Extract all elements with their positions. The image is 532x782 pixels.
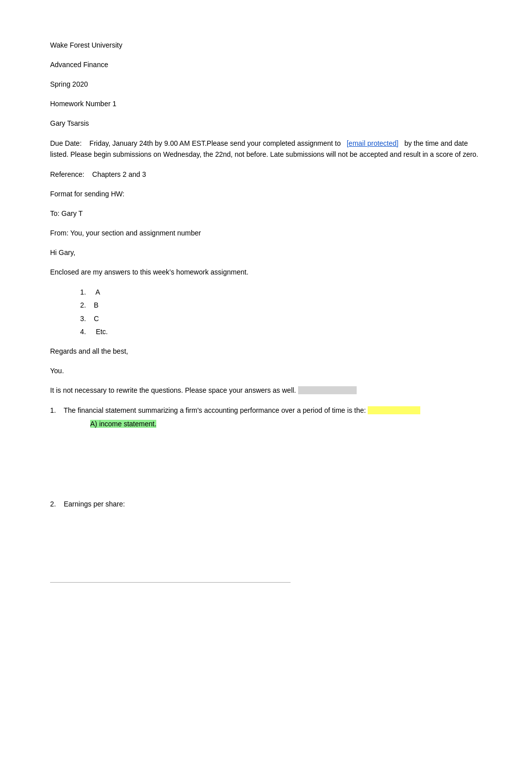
list-letter: Etc. [96,328,108,336]
greeting-block: Hi Gary, [50,247,482,258]
question-2-body: Earnings per share: [64,500,125,508]
question-1-text: 1. The financial statement summarizing a… [50,405,482,416]
spacer-1 [50,438,482,498]
list-number: 4. [80,328,86,336]
spacer-2 [50,519,482,579]
signoff-block: You. [50,366,482,376]
due-date-text: Due Date: Friday, January 24th by 9.00 A… [50,138,482,160]
greeting-text: Hi Gary, [50,247,482,258]
question-1-block: 1. The financial statement summarizing a… [50,405,482,429]
question-2-block: 2. Earnings per share: [50,498,482,509]
course-block: Advanced Finance [50,60,482,70]
list-number: 1. [80,288,86,296]
note-text: It is not necessary to rewrite the quest… [50,385,482,396]
enclosed-text: Enclosed are my answers to this week’s h… [50,267,482,278]
reference-block: Reference: Chapters 2 and 3 [50,169,482,180]
regards-block: Regards and all the best, [50,346,482,357]
list-item: 1. A [80,287,482,298]
reference-label: Reference: [50,170,84,178]
student-block: Gary Tsarsis [50,118,482,129]
student-name: Gary Tsarsis [50,118,482,129]
note-content: It is not necessary to rewrite the quest… [50,386,296,394]
list-number: 2. [80,301,86,309]
list-number: 3. [80,315,86,323]
signoff-text: You. [50,366,482,376]
reference-chapters: Chapters 2 and 3 [92,170,146,178]
email-link[interactable]: [email protected] [347,139,399,147]
list-item: 4. Etc. [80,326,482,337]
numbered-list-container: 1. A 2. B 3. C 4. Etc. [50,287,482,338]
format-block: Format for sending HW: [50,189,482,199]
enclosed-block: Enclosed are my answers to this week’s h… [50,267,482,278]
answer-1-text: A) income statement. [90,420,156,428]
university-block: Wake Forest University [50,40,482,51]
format-label: Format for sending HW: [50,189,482,199]
question-2-text: 2. Earnings per share: [50,498,482,509]
university-name: Wake Forest University [50,40,482,51]
list-letter: A [95,288,100,296]
course-name: Advanced Finance [50,60,482,70]
to-block: To: Gary T [50,208,482,219]
note-block: It is not necessary to rewrite the quest… [50,385,482,396]
answer-1-highlighted: A) income statement. [90,420,156,428]
list-letter: C [94,315,99,323]
question-1-number: 1. [50,406,56,414]
to-line: To: Gary T [50,208,482,219]
term-block: Spring 2020 [50,79,482,90]
question-2-number: 2. [50,500,56,508]
page-container: Wake Forest University Advanced Finance … [0,0,532,632]
question-1-answer: A) income statement. [90,418,482,429]
homework-block: Homework Number 1 [50,99,482,109]
from-block: From: You, your section and assignment n… [50,228,482,238]
question-1-body: The financial statement summarizing a fi… [64,406,420,414]
list-letter: B [94,301,98,309]
term-name: Spring 2020 [50,79,482,90]
reference-text: Reference: Chapters 2 and 3 [50,169,482,180]
gray-highlight [298,386,357,394]
due-date-block: Due Date: Friday, January 24th by 9.00 A… [50,138,482,160]
list-item: 3. C [80,313,482,324]
due-date-label: Due Date: [50,139,82,147]
bottom-divider [50,582,291,583]
answer-list: 1. A 2. B 3. C 4. Etc. [80,287,482,338]
due-date-details: Friday, January 24th by 9.00 AM EST.Plea… [90,139,341,147]
list-item: 2. B [80,300,482,311]
homework-title: Homework Number 1 [50,99,482,109]
from-line: From: You, your section and assignment n… [50,228,482,238]
is-the-highlight [368,406,420,414]
regards-text: Regards and all the best, [50,346,482,357]
